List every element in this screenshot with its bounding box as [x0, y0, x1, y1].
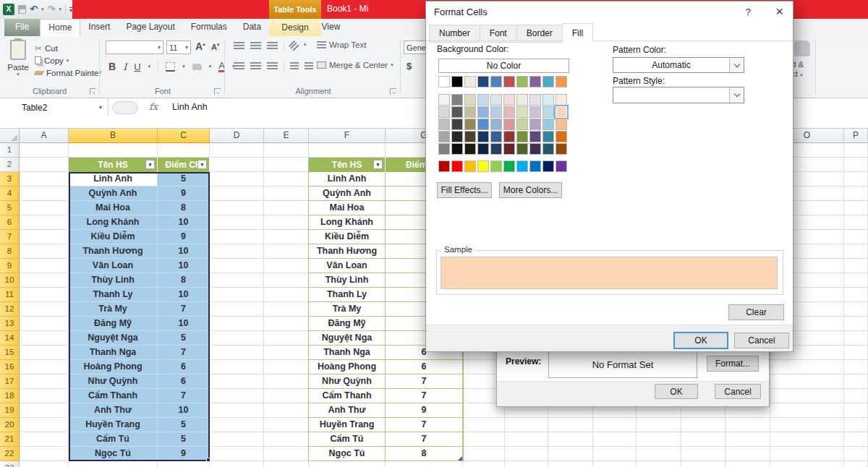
paste-button[interactable]: Paste ▾ — [4, 40, 32, 77]
font-dialog-launcher-icon[interactable]: ↘ — [214, 88, 221, 95]
cell-name[interactable]: Cẩm Tú — [309, 432, 386, 447]
table-row[interactable]: Thanh Nga7 — [69, 346, 210, 360]
no-color-button[interactable]: No Color — [438, 59, 569, 73]
cell-score[interactable]: 10 — [158, 403, 210, 418]
row-header-3[interactable]: 3 — [0, 172, 20, 187]
color-swatch[interactable] — [464, 160, 476, 172]
color-swatch[interactable] — [490, 76, 502, 87]
color-swatch[interactable] — [477, 76, 489, 87]
row-header-6[interactable]: 6 — [0, 215, 20, 230]
color-swatch[interactable] — [542, 76, 554, 87]
color-swatch[interactable] — [503, 143, 515, 155]
cell-name[interactable]: Mai Hoa — [309, 201, 386, 215]
table2-header-name[interactable]: Tên HS▾ — [309, 158, 386, 172]
color-swatch[interactable] — [529, 106, 541, 118]
color-swatch[interactable] — [529, 119, 541, 130]
pattern-style-combo[interactable] — [613, 87, 744, 103]
cell-score[interactable]: 10 — [158, 244, 210, 259]
color-swatch[interactable] — [556, 160, 567, 172]
cell-score[interactable]: 10 — [158, 259, 210, 273]
color-swatch[interactable] — [529, 131, 541, 142]
cell-name[interactable]: Huyền Trang — [309, 418, 386, 432]
cell-name[interactable]: Như Quỳnh — [69, 374, 158, 389]
fill-effects-button[interactable]: Fill Effects... — [437, 182, 492, 198]
table1[interactable]: Tên HS▾ Điểm CK▾ Linh Anh5Quỳnh Anh9Mai … — [69, 158, 210, 461]
cell-name[interactable]: Hoàng Phong — [309, 360, 386, 374]
color-swatch[interactable] — [529, 76, 541, 87]
pattern-color-combo[interactable]: Automatic — [613, 57, 744, 73]
ok-button[interactable]: OK — [673, 332, 728, 349]
table-row[interactable]: Cẩm Thanh7 — [69, 389, 210, 403]
grow-font-icon[interactable]: A▴ — [195, 40, 205, 52]
table-row[interactable]: Cẩm Tú5 — [69, 432, 210, 447]
color-swatch[interactable] — [556, 131, 567, 142]
table-row[interactable]: Vân Loan10 — [69, 259, 210, 273]
color-swatch[interactable] — [516, 119, 528, 130]
cell-name[interactable]: Thanh Ly — [69, 288, 158, 302]
table-row[interactable]: Mai Hoa8 — [69, 201, 210, 215]
dialog-tab-fill[interactable]: Fill — [562, 23, 593, 41]
cell-name[interactable]: Kiều Diễm — [309, 230, 386, 244]
color-swatch[interactable] — [516, 131, 528, 142]
cell-name[interactable]: Ngọc Tú — [309, 447, 386, 461]
color-swatch[interactable] — [490, 160, 502, 172]
font-name-combo[interactable]: ▾ — [106, 40, 163, 54]
wrap-text-button[interactable]: Wrap Text — [317, 40, 366, 49]
cell-name[interactable]: Quỳnh Anh — [309, 187, 386, 201]
row-header-14[interactable]: 14 — [0, 331, 20, 346]
redo-dropdown-icon[interactable]: ▾ — [59, 7, 62, 12]
cell-score[interactable]: 7 — [158, 389, 210, 403]
cell-score[interactable]: 9 — [158, 447, 210, 461]
format-painter-button[interactable]: Format Painter — [35, 67, 101, 79]
color-swatch[interactable] — [451, 119, 463, 130]
cell-name[interactable]: Linh Anh — [69, 172, 158, 187]
close-icon[interactable]: × — [775, 3, 783, 20]
color-swatch[interactable] — [438, 76, 450, 87]
color-swatch[interactable] — [438, 119, 450, 130]
color-swatch[interactable] — [490, 119, 502, 130]
color-swatch[interactable] — [451, 106, 463, 118]
align-bottom-icon[interactable] — [267, 42, 278, 50]
row-header-19[interactable]: 19 — [0, 403, 20, 418]
color-swatch[interactable] — [542, 106, 554, 118]
table-row[interactable]: Ngọc Tú8 — [309, 447, 463, 461]
row-header-1[interactable]: 1 — [0, 143, 20, 158]
table1-header-score[interactable]: Điểm CK▾ — [158, 158, 210, 172]
row-header-20[interactable]: 20 — [0, 418, 20, 432]
table-row[interactable]: Anh Thư10 — [69, 403, 210, 418]
cell-name[interactable]: Anh Thư — [69, 403, 158, 418]
row-header-22[interactable]: 22 — [0, 447, 20, 461]
color-swatch[interactable] — [516, 106, 528, 118]
insert-function-icon[interactable]: fx — [149, 101, 158, 112]
cell-name[interactable]: Thanh Hương — [69, 244, 158, 259]
cancel-button[interactable]: Cancel — [715, 384, 761, 399]
color-swatch[interactable] — [451, 76, 463, 87]
row-header-2[interactable]: 2 — [0, 158, 20, 172]
cell-name[interactable]: Anh Thư — [309, 403, 386, 418]
color-swatch[interactable] — [542, 119, 554, 130]
ribbon-tab-home[interactable]: Home — [40, 19, 80, 36]
cell-name[interactable]: Huyền Trang — [69, 418, 158, 432]
cell-name[interactable]: Thùy Linh — [309, 273, 386, 288]
cell-score[interactable]: 7 — [158, 346, 210, 360]
color-swatch[interactable] — [516, 143, 528, 155]
align-right-icon[interactable] — [267, 62, 278, 70]
cell-score[interactable]: 9 — [386, 403, 463, 418]
table-row[interactable]: Ngọc Tú9 — [69, 447, 210, 461]
table-row[interactable]: Cẩm Thanh7 — [309, 389, 463, 403]
customize-qat-icon[interactable]: ▾ — [69, 7, 72, 14]
cell-score[interactable]: 6 — [386, 360, 463, 374]
clear-button[interactable]: Clear — [728, 304, 784, 320]
cell-score[interactable]: 7 — [386, 418, 463, 432]
column-header-e[interactable]: E — [264, 129, 309, 143]
cell-score[interactable]: 8 — [386, 447, 463, 461]
color-swatch[interactable] — [451, 160, 463, 172]
cell-name[interactable]: Thanh Nga — [69, 346, 158, 360]
color-swatch[interactable] — [503, 76, 515, 87]
table-row[interactable]: Nguyệt Nga5 — [69, 331, 210, 346]
row-header-4[interactable]: 4 — [0, 187, 20, 201]
color-swatch[interactable] — [529, 160, 541, 172]
column-header-d[interactable]: D — [210, 129, 264, 143]
cell-score[interactable]: 6 — [158, 360, 210, 374]
cell-score[interactable]: 6 — [158, 374, 210, 389]
